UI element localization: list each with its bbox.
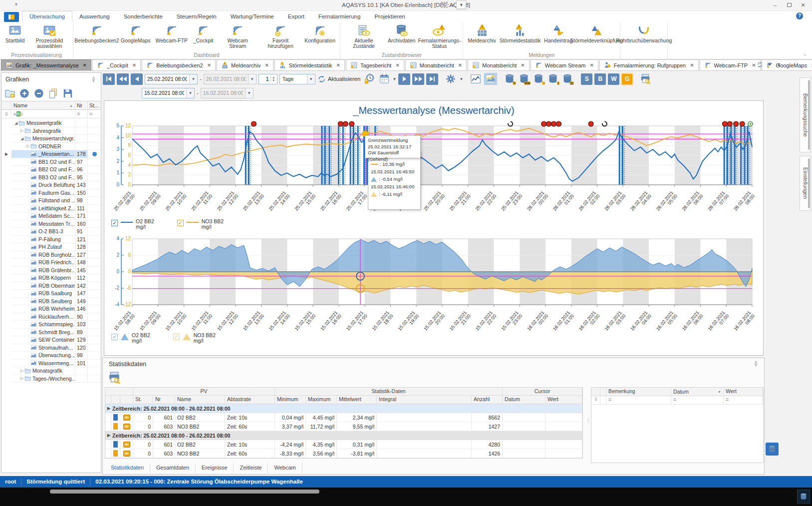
tree-item-me-daten-sc-[interactable]: Meßdaten Sc...171 — [1, 212, 101, 220]
bottom-tab-statistikdaten[interactable]: Statistikdaten — [105, 463, 150, 473]
refresh-button[interactable]: Aktualisieren — [317, 75, 361, 83]
nav-fast-back-button[interactable] — [117, 73, 129, 85]
filter-icon[interactable] — [4, 111, 9, 116]
col-datum[interactable]: Datum — [503, 396, 545, 404]
legend-checkbox[interactable]: ✓ — [177, 220, 184, 226]
ribbon-button-konfiguration[interactable]: Konfiguration — [302, 23, 338, 51]
pin-icon[interactable] — [90, 76, 97, 83]
tree-col-nr[interactable]: Nr — [75, 101, 88, 109]
doc-tab-monatsbericht[interactable]: Monatsbericht✕ — [468, 59, 529, 70]
tab-close-icon[interactable]: ✕ — [265, 62, 269, 68]
calendar-dropdown-icon[interactable]: ▼ — [393, 77, 397, 81]
tree-item-messdaten-tr-[interactable]: Messdaten Tr...160 — [1, 220, 101, 228]
tree-item--messwertan-[interactable]: ▶_Messwertan...178 — [1, 150, 101, 158]
minimize-button[interactable]: – — [768, 0, 782, 10]
tab-close-icon[interactable]: ✕ — [83, 62, 87, 68]
tab-refresh-icon[interactable] — [757, 61, 763, 68]
tree-item-leitf-higkeit-z-[interactable]: Leitfähigkeit Z...111 — [1, 205, 101, 213]
ribbon-tab-fernalarmierung[interactable]: Fernalarmierung — [311, 11, 367, 21]
print-button[interactable] — [639, 73, 652, 85]
tree-filter-row[interactable]: aBc = = — [1, 110, 101, 118]
period-button-s[interactable]: S — [581, 73, 592, 85]
legend-item-no3-bb2[interactable]: ✓NO3 BB2mg/l — [177, 219, 224, 230]
ribbon-button-belebungsbecken2[interactable]: Belebungsbecken2 — [75, 23, 118, 51]
nav-back-button[interactable] — [131, 73, 143, 85]
memo-col-0[interactable]: Bemerkung — [606, 388, 671, 396]
ribbon-button-startbild[interactable]: Startbild — [2, 23, 28, 51]
print-preview-button[interactable] — [108, 371, 122, 384]
ribbon-button-googlemaps[interactable]: GoogleMaps — [118, 23, 153, 51]
tree-item-r-b-burgholz-[interactable]: RÜB Burgholz...127 — [1, 251, 101, 259]
bottom-tab-ereignisse[interactable]: Ereignisse — [196, 463, 234, 473]
tab-close-icon[interactable]: ✕ — [752, 62, 756, 68]
doc-tab-monatsbericht[interactable]: Monatsbericht✕ — [405, 59, 467, 70]
interval-count-input[interactable] — [259, 75, 270, 82]
memo-col-1[interactable]: Datum ▼ — [671, 388, 724, 396]
legend-checkbox[interactable]: ✓ — [111, 334, 118, 340]
time-lock-button[interactable] — [363, 73, 376, 85]
gear-dropdown-icon[interactable]: ▼ — [459, 77, 463, 81]
tree-item-bb3-o2-und-f-[interactable]: BB3 O2 und F...95 — [1, 174, 101, 182]
tab-close-icon[interactable]: ✕ — [521, 62, 525, 68]
tree-item-schmidt-breg-[interactable]: Schmidt Breg...89 — [1, 329, 101, 337]
copy-button[interactable] — [48, 88, 59, 99]
compare-date-from-field[interactable]: ▼ — [142, 88, 195, 98]
tree-item-r-b-seulberg[interactable]: RÜB Seulberg149 — [1, 298, 101, 306]
stats-row-o2-bb2[interactable]: AI0601O2 BB2Zeit: 10s0,04 mg/l4,45 mg/l2… — [105, 413, 582, 422]
doc-tab-grafik-messwertanalyse[interactable]: Grafik: _Messwertanalyse✕ — [1, 59, 91, 70]
comparison-chart[interactable]: -4-2024-12-6061215.02.202108:0015.02.202… — [104, 234, 763, 333]
period-button-w[interactable]: W — [608, 73, 619, 85]
splitter-handle[interactable]: ⋮ — [586, 418, 591, 423]
nav-first-button[interactable] — [103, 73, 115, 85]
tree-item-messwertgrafik[interactable]: ◢Messwertgrafik — [1, 119, 101, 127]
nav-last-button[interactable] — [426, 73, 438, 85]
tree-item-stromaufnah-[interactable]: Stromaufnah...120 — [1, 344, 101, 352]
tree-col-name[interactable]: Name — [13, 102, 27, 108]
group-row[interactable]: ▶Zeitbereich: 25.02.2021 08:00 - 26.02.2… — [105, 431, 582, 440]
unit-dropdown-icon[interactable]: ▼ — [307, 74, 315, 84]
archive-db-button-2[interactable]: ◔ — [532, 73, 545, 85]
tree-item-wassermeng-[interactable]: Wassermeng...101 — [1, 360, 101, 368]
tree-item-faulturm-gas-[interactable]: Faulturm Gas...150 — [1, 189, 101, 197]
doc-tab-webcam-ftp[interactable]: Webcam-FTP✕ — [700, 59, 761, 70]
ribbon-button--cockpit[interactable]: _Cockpit — [190, 23, 216, 51]
tab-close-icon[interactable]: ✕ — [395, 62, 399, 68]
tree-item--berwachung-[interactable]: Überwachung...99 — [1, 352, 101, 360]
tab-close-icon[interactable]: ✕ — [589, 62, 593, 68]
legend-item-o2-bb2[interactable]: ✓O2 BB2mg/l — [111, 219, 154, 230]
ribbon-tab-export[interactable]: Export — [281, 11, 311, 21]
side-tab-einstellungen[interactable]: Einstellungen — [800, 156, 811, 211]
tree-item-r-b-saalburg[interactable]: RÜB Saalburg147 — [1, 290, 101, 298]
period-button-b[interactable]: B — [594, 73, 606, 85]
remove-button[interactable] — [33, 88, 44, 99]
stats-row-o2-bb2[interactable]: AI0601O2 BB2Zeit: 10s-4,24 mg/l4,35 mg/l… — [105, 440, 582, 449]
help-icon[interactable]: ? — [796, 12, 803, 19]
tab-list-dropdown-icon[interactable]: ▼ — [768, 62, 772, 67]
legend-item-no3-bb2[interactable]: ✓NO3 BB2mg/l — [173, 333, 216, 344]
legend-item-o2-bb2[interactable]: ✓O2 BB2mg/l — [111, 333, 150, 344]
tree-item-messwertarchivgr-[interactable]: ◢Messwertarchivgr... — [1, 135, 101, 143]
tree-item-f-llstand-und-[interactable]: Füllstand und ...98 — [1, 197, 101, 205]
ribbon-button-st-rmeldeverkn-pfung[interactable]: Störmeldeverknüpfung — [575, 23, 618, 51]
col-anzahl[interactable]: Anzahl — [472, 396, 503, 404]
remarks-table[interactable]: BemerkungDatum ▼Wert=== — [591, 387, 764, 463]
measurement-chart[interactable]: 01234502468101225.02.202108:0025.02.2021… — [104, 120, 763, 220]
expand-icon[interactable]: ⇲ — [450, 2, 454, 7]
ribbon-tab-projektieren[interactable]: Projektieren — [367, 11, 412, 21]
doc-tab-meldearchiv[interactable]: Meldearchiv✕ — [217, 59, 273, 70]
doc-tab--cockpit[interactable]: _Cockpit✕ — [92, 59, 141, 70]
calendar-button[interactable] — [378, 73, 391, 85]
tree-item-r-b-wehrheim[interactable]: RÜB Wehrheim146 — [1, 305, 101, 313]
ribbon-tab-auswertung[interactable]: Auswertung — [72, 11, 117, 21]
grid-icon[interactable] — [441, 1, 448, 8]
statistics-table[interactable]: PVStatistik-DatenCursorSt.NrNameAbtastra… — [105, 387, 583, 459]
archive-data-float-button[interactable] — [766, 443, 779, 456]
stats-pin-icon[interactable] — [753, 361, 759, 367]
tree-col-st[interactable]: St... — [88, 101, 101, 109]
date-from-input[interactable] — [145, 76, 189, 82]
save-button[interactable] — [62, 88, 73, 99]
ribbon-tab-sonderberichte[interactable]: Sonderberichte — [117, 11, 170, 21]
area-chart-view-button[interactable] — [484, 73, 497, 85]
doc-tab-belebungsbecken2[interactable]: Belebungsbecken2✕ — [142, 59, 216, 70]
archive-db-button-0[interactable]: ↻ — [503, 73, 516, 85]
